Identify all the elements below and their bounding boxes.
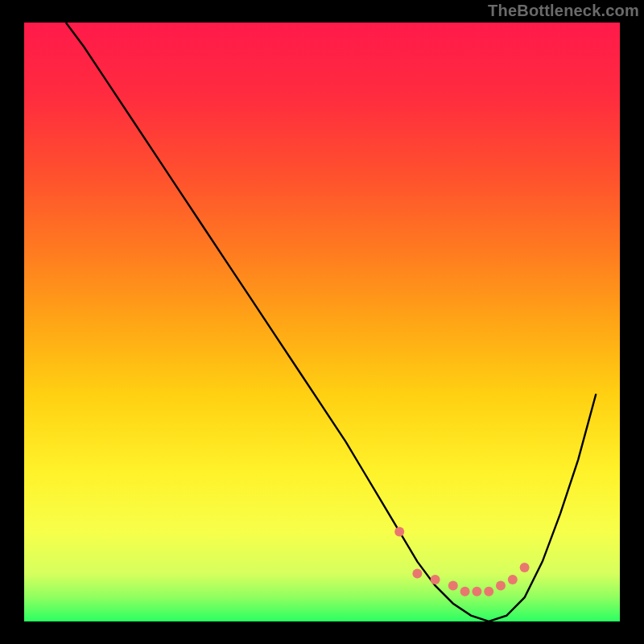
sweet-spot-dot (520, 563, 530, 572)
sweet-spot-dot (484, 587, 493, 597)
plot-background (24, 23, 620, 621)
sweet-spot-dot (448, 580, 458, 590)
watermark-text: TheBottleneck.com (488, 2, 639, 20)
sweet-spot-dot (394, 526, 404, 536)
sweet-spot-dot (496, 580, 506, 590)
sweet-spot-dot (472, 587, 481, 597)
sweet-spot-dot (412, 569, 422, 579)
chart-frame: TheBottleneck.com (0, 0, 644, 644)
bottleneck-chart (0, 0, 644, 644)
sweet-spot-dot (431, 575, 440, 584)
sweet-spot-dot (460, 587, 470, 597)
sweet-spot-dot (508, 575, 518, 584)
